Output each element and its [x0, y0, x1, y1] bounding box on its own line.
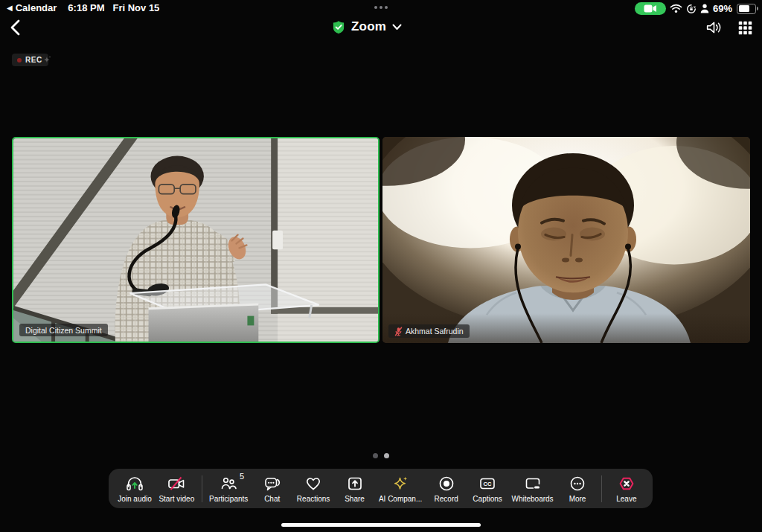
speaker-video-feed [13, 138, 378, 342]
meeting-toolbar: Join audio Start video 5 [109, 469, 653, 508]
page-indicator[interactable] [373, 453, 389, 458]
status-date: Fri Nov 15 [112, 2, 159, 13]
start-video-button[interactable]: Start video [159, 475, 194, 503]
record-dot-icon [17, 58, 22, 63]
battery-percent: 69% [713, 3, 732, 14]
closed-captions-icon: CC [478, 475, 496, 493]
toolbar-divider [202, 475, 202, 502]
participant-name: Digital Citizen Summit [25, 326, 102, 335]
page-dot [373, 453, 378, 458]
battery-icon [737, 4, 756, 14]
video-tile-speaker[interactable]: Digital Citizen Summit [12, 137, 380, 343]
chevron-down-icon [392, 24, 402, 31]
speaker-icon [705, 19, 723, 36]
ai-companion-button[interactable]: AI Compan... [379, 475, 422, 503]
user-icon [700, 4, 709, 13]
wifi-icon [670, 4, 682, 13]
participants-count-badge: 5 [240, 472, 244, 481]
camera-icon [644, 4, 657, 13]
record-button[interactable]: Record [429, 475, 464, 503]
status-time: 6:18 PM [68, 2, 104, 13]
multitasking-dots-icon[interactable] [374, 6, 388, 9]
chat-bubble-icon [263, 475, 281, 493]
view-switcher-button[interactable] [737, 20, 753, 36]
participant-video-feed [382, 137, 750, 343]
leave-meeting-icon [618, 475, 635, 493]
back-button[interactable] [9, 19, 21, 39]
audio-output-button[interactable] [705, 19, 723, 36]
video-camera-off-icon [167, 475, 186, 493]
toolbar-divider [601, 475, 602, 502]
back-to-app-label[interactable]: Calendar [16, 2, 57, 13]
share-button[interactable]: Share [338, 475, 372, 503]
back-to-app-icon[interactable]: ◀ [7, 4, 13, 12]
chevron-left-icon [9, 19, 21, 36]
reactions-button[interactable]: Reactions [296, 475, 330, 503]
page-dot-active [384, 453, 389, 458]
chat-button[interactable]: Chat [255, 475, 289, 503]
video-grid: Digital Citizen Summit [12, 137, 750, 343]
meeting-title: Zoom [351, 19, 386, 34]
whiteboard-icon [524, 475, 542, 493]
record-icon [438, 475, 455, 493]
participants-button[interactable]: 5 Participants [209, 475, 248, 503]
share-screen-icon [346, 475, 364, 493]
ai-companion-indicator-icon[interactable] [42, 54, 53, 65]
shield-check-icon [332, 20, 345, 34]
heart-icon [304, 475, 322, 493]
grid-icon [737, 20, 753, 36]
participant-name-tag: Digital Citizen Summit [19, 324, 108, 336]
camera-in-use-indicator [635, 2, 666, 15]
join-audio-button[interactable]: Join audio [118, 475, 152, 503]
ai-sparkle-icon [391, 475, 409, 493]
recording-label: REC [25, 56, 42, 64]
whiteboards-button[interactable]: Whiteboards [511, 475, 553, 503]
leave-button[interactable]: Leave [609, 475, 644, 503]
participant-name-tag: Akhmat Safrudin [388, 324, 470, 338]
home-indicator[interactable] [281, 523, 481, 527]
meeting-info-dropdown[interactable]: Zoom [332, 19, 402, 34]
zoom-meeting-screen: ◀ Calendar 6:18 PM Fri Nov 15 [0, 0, 762, 532]
status-right: 69% [635, 2, 756, 15]
status-left: ◀ Calendar 6:18 PM Fri Nov 15 [7, 2, 159, 13]
status-bar: ◀ Calendar 6:18 PM Fri Nov 15 [0, 0, 762, 16]
svg-text:CC: CC [484, 481, 492, 487]
headphones-icon [125, 475, 144, 493]
participants-icon: 5 [220, 475, 237, 493]
more-ellipsis-icon [569, 475, 586, 493]
more-button[interactable]: More [560, 475, 595, 503]
video-tile-participant[interactable]: Akhmat Safrudin [382, 137, 750, 343]
orientation-lock-icon [686, 4, 697, 14]
captions-button[interactable]: CC Captions [470, 475, 505, 503]
mic-muted-icon [394, 327, 403, 336]
participant-name: Akhmat Safrudin [406, 327, 464, 336]
